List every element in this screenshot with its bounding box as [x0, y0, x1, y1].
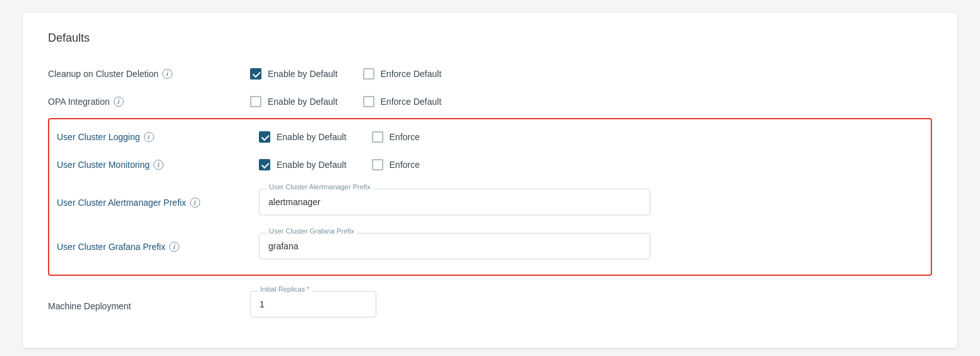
field-label-initial-replicas: Initial Replicas *	[258, 285, 312, 293]
row-machine-deployment: Machine Deployment Initial Replicas *	[48, 278, 932, 329]
label-text-ucl: User Cluster Logging	[57, 132, 140, 142]
label-text-grafana: User Cluster Grafana Prefix	[57, 242, 165, 252]
label-text-ucm: User Cluster Monitoring	[57, 160, 150, 170]
row-controls-ucm: Enable by Default Enforce	[259, 159, 923, 170]
label-ucl-enforce[interactable]: Enforce	[390, 132, 420, 142]
checkbox-group-ucl-enable: Enable by Default	[259, 131, 347, 143]
input-initial-replicas[interactable]	[250, 291, 376, 317]
checkbox-group-ucm-enable: Enable by Default	[259, 159, 347, 170]
row-label-ucm: User Cluster Monitoring i	[57, 160, 259, 170]
row-cleanup-cluster-deletion: Cleanup on Cluster Deletion i Enable by …	[48, 60, 932, 88]
row-grafana-prefix: User Cluster Grafana Prefix i User Clust…	[57, 223, 923, 267]
field-label-grafana: User Cluster Grafana Prefix	[266, 227, 357, 235]
field-container-machine-deployment: Initial Replicas *	[250, 291, 376, 317]
checkbox-group-cleanup-enforce: Enforce Default	[363, 68, 442, 80]
info-icon-ucl[interactable]: i	[144, 132, 154, 142]
checkbox-group-ucm-enforce: Enforce	[372, 159, 420, 170]
checkbox-wrapper-opa-enforce[interactable]	[363, 96, 374, 107]
info-icon-grafana[interactable]: i	[169, 242, 179, 252]
label-ucl-enable[interactable]: Enable by Default	[277, 132, 347, 142]
checkbox-wrapper-ucm-enable[interactable]	[259, 159, 270, 170]
settings-card: Defaults Cleanup on Cluster Deletion i E…	[23, 13, 957, 348]
row-label-opa: OPA Integration i	[48, 97, 250, 107]
checkbox-wrapper-ucl-enforce[interactable]	[372, 131, 383, 143]
input-grafana-prefix[interactable]	[259, 233, 650, 259]
row-user-cluster-monitoring: User Cluster Monitoring i Enable by Defa…	[57, 151, 923, 179]
input-alertmanager-prefix[interactable]	[259, 189, 650, 215]
highlighted-section: User Cluster Logging i Enable by Default	[48, 118, 932, 276]
row-label-ucl: User Cluster Logging i	[57, 132, 259, 142]
field-container-grafana: User Cluster Grafana Prefix	[259, 233, 650, 259]
label-opa-enforce[interactable]: Enforce Default	[381, 97, 442, 107]
section-title: Defaults	[48, 32, 932, 45]
checkbox-group-cleanup-enable: Enable by Default	[250, 68, 338, 80]
checkbox-wrapper-opa-enable[interactable]	[250, 96, 261, 107]
row-alertmanager-prefix: User Cluster Alertmanager Prefix i User …	[57, 179, 923, 223]
row-controls-ucl: Enable by Default Enforce	[259, 131, 923, 143]
checkbox-wrapper-ucl-enable[interactable]	[259, 131, 270, 143]
row-controls-opa: Enable by Default Enforce Default	[250, 96, 932, 107]
label-ucm-enable[interactable]: Enable by Default	[277, 160, 347, 170]
label-cleanup-enable[interactable]: Enable by Default	[268, 69, 338, 79]
settings-table: Cleanup on Cluster Deletion i Enable by …	[48, 60, 932, 329]
field-container-alertmanager: User Cluster Alertmanager Prefix	[259, 189, 650, 215]
checkbox-wrapper-cleanup-enable[interactable]	[250, 68, 261, 80]
row-label-grafana: User Cluster Grafana Prefix i	[57, 233, 259, 252]
checkbox-group-opa-enable: Enable by Default	[250, 96, 338, 107]
row-label-cleanup: Cleanup on Cluster Deletion i	[48, 69, 250, 79]
info-icon-opa[interactable]: i	[114, 97, 124, 107]
label-text-cleanup: Cleanup on Cluster Deletion	[48, 69, 158, 79]
info-icon-alertmanager[interactable]: i	[190, 198, 200, 208]
row-label-alertmanager: User Cluster Alertmanager Prefix i	[57, 189, 259, 208]
checkbox-wrapper-ucm-enforce[interactable]	[372, 159, 383, 170]
info-icon-cleanup[interactable]: i	[162, 69, 172, 79]
label-ucm-enforce[interactable]: Enforce	[390, 160, 420, 170]
label-opa-enable[interactable]: Enable by Default	[268, 97, 338, 107]
row-user-cluster-logging: User Cluster Logging i Enable by Default	[57, 123, 923, 151]
label-cleanup-enforce[interactable]: Enforce Default	[381, 69, 442, 79]
checkbox-group-ucl-enforce: Enforce	[372, 131, 420, 143]
row-opa-integration: OPA Integration i Enable by Default	[48, 88, 932, 116]
label-text-opa: OPA Integration	[48, 97, 110, 107]
checkbox-group-opa-enforce: Enforce Default	[363, 96, 442, 107]
row-label-machine-deployment: Machine Deployment	[48, 291, 250, 311]
info-icon-ucm[interactable]: i	[153, 160, 164, 170]
checkbox-wrapper-cleanup-enforce[interactable]	[363, 68, 374, 80]
field-label-alertmanager: User Cluster Alertmanager Prefix	[266, 183, 373, 191]
label-text-alertmanager: User Cluster Alertmanager Prefix	[57, 198, 186, 208]
row-controls-cleanup: Enable by Default Enforce Default	[250, 68, 932, 80]
label-text-machine-deployment: Machine Deployment	[48, 301, 131, 311]
